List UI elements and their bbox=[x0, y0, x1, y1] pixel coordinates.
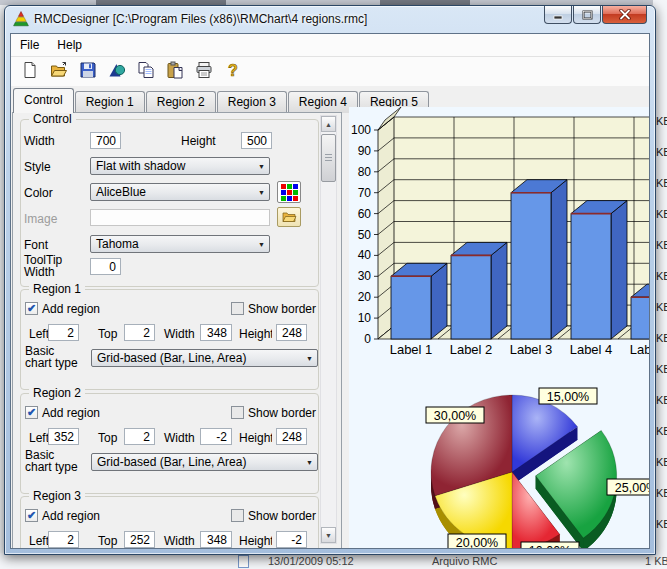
show-border-checkbox[interactable] bbox=[231, 302, 244, 315]
background-window-bottom: 13/01/2009 05:12 Arquivo RMC 1 KB bbox=[0, 553, 667, 569]
background-size-cell: KB bbox=[656, 456, 667, 468]
tab-region-2[interactable]: Region 2 bbox=[146, 91, 216, 113]
svg-text:15,00%: 15,00% bbox=[547, 390, 589, 404]
file-size: 1 KB bbox=[645, 555, 667, 567]
chart-preview-area: 0102030405060708090100Label 1Label 2Labe… bbox=[349, 107, 649, 548]
help-icon: ? bbox=[224, 61, 242, 82]
region-top-field[interactable]: 2 bbox=[124, 324, 155, 341]
save-button[interactable] bbox=[75, 60, 101, 84]
chevron-down-icon: ▼ bbox=[254, 184, 269, 200]
background-size-cell: KB bbox=[656, 425, 667, 437]
svg-text:100: 100 bbox=[351, 123, 371, 137]
color-picker-button[interactable] bbox=[277, 181, 301, 203]
title-bar[interactable]: RMCDesigner [C:\Program Files (x86)\RMCh… bbox=[5, 6, 655, 32]
menu-item-file[interactable]: File bbox=[11, 34, 48, 56]
rmcdesigner-window: RMCDesigner [C:\Program Files (x86)\RMCh… bbox=[4, 5, 656, 555]
control-height-field[interactable]: 500 bbox=[241, 132, 272, 149]
copy-icon bbox=[137, 61, 155, 82]
svg-text:Label 1: Label 1 bbox=[390, 342, 433, 357]
control-width-field[interactable]: 700 bbox=[90, 132, 121, 149]
browse-image-button[interactable] bbox=[277, 207, 301, 227]
minimize-button[interactable] bbox=[544, 6, 572, 24]
open-icon bbox=[50, 61, 68, 82]
background-size-cell: KB bbox=[656, 301, 667, 313]
show-border-checkbox[interactable] bbox=[231, 406, 244, 419]
region-left-field[interactable]: 352 bbox=[48, 428, 79, 445]
maximize-button[interactable] bbox=[573, 6, 601, 24]
add-region-checkbox[interactable]: ✔ bbox=[25, 302, 38, 315]
scrollbar-thumb[interactable] bbox=[321, 134, 336, 182]
close-button[interactable] bbox=[602, 6, 647, 24]
font-dropdown[interactable]: Tahoma ▼ bbox=[90, 235, 270, 253]
tab-region-3[interactable]: Region 3 bbox=[217, 91, 287, 113]
region-height-field[interactable]: 248 bbox=[276, 324, 307, 341]
client-area: FileHelp ? ControlRegion 1Region 2Region… bbox=[10, 33, 650, 549]
open-button[interactable] bbox=[46, 60, 72, 84]
new-button[interactable] bbox=[17, 60, 43, 84]
region-top-field[interactable]: 252 bbox=[124, 531, 155, 548]
svg-text:60: 60 bbox=[358, 207, 372, 221]
new-icon bbox=[21, 61, 39, 82]
region-width-field[interactable]: 348 bbox=[200, 324, 232, 341]
region-height-field[interactable]: -2 bbox=[276, 531, 307, 548]
left-label: Left bbox=[29, 534, 49, 548]
region-width-field[interactable]: 348 bbox=[200, 531, 232, 548]
copy-button[interactable] bbox=[133, 60, 159, 84]
tooltip-width-label: ToolTip Width bbox=[24, 254, 68, 278]
scroll-up-arrow[interactable]: ▲ bbox=[321, 116, 336, 132]
top-label: Top bbox=[98, 431, 117, 445]
add-region-checkbox[interactable]: ✔ bbox=[25, 406, 38, 419]
background-size-cell: KB bbox=[656, 239, 667, 251]
region-3-group: Region 3✔Add regionShow borderLeft2Top25… bbox=[20, 496, 319, 548]
group-title: Region 3 bbox=[29, 489, 85, 503]
region-left-field[interactable]: 2 bbox=[48, 324, 79, 341]
tooltip-width-field[interactable]: 0 bbox=[90, 258, 121, 275]
menu-item-help[interactable]: Help bbox=[48, 34, 91, 56]
image-label: Image bbox=[24, 212, 57, 226]
tab-control[interactable]: Control bbox=[13, 88, 74, 113]
svg-text:30,00%: 30,00% bbox=[434, 409, 476, 423]
svg-text:80: 80 bbox=[358, 165, 372, 179]
paste-button[interactable] bbox=[162, 60, 188, 84]
pie-chart-preview: 15,00%25,00%10,00%20,00%30,00% bbox=[349, 369, 649, 548]
height-label: Height bbox=[239, 431, 272, 445]
svg-text:Label 4: Label 4 bbox=[570, 342, 613, 357]
chart-button[interactable] bbox=[104, 60, 130, 84]
color-label: Color bbox=[24, 186, 53, 200]
style-dropdown[interactable]: Flat with shadow ▼ bbox=[90, 157, 270, 175]
image-field bbox=[90, 209, 270, 226]
region-1-group: Region 1✔Add regionShow borderLeft2Top2W… bbox=[20, 289, 319, 390]
tab-region-4[interactable]: Region 4 bbox=[288, 91, 358, 113]
svg-text:40: 40 bbox=[358, 248, 372, 262]
region-height-field[interactable]: 248 bbox=[276, 428, 307, 445]
svg-text:20,00%: 20,00% bbox=[456, 536, 498, 549]
left-label: Left bbox=[29, 431, 49, 445]
svg-text:10,00%: 10,00% bbox=[529, 544, 571, 549]
tab-region-1[interactable]: Region 1 bbox=[75, 91, 145, 113]
background-size-cell: KB bbox=[656, 115, 667, 127]
add-region-checkbox[interactable]: ✔ bbox=[25, 509, 38, 522]
group-title: Control bbox=[29, 112, 76, 126]
show-border-label: Show border bbox=[248, 302, 316, 316]
background-size-cell: KB bbox=[656, 208, 667, 220]
menu-bar: FileHelp bbox=[11, 34, 649, 57]
background-size-cell: KB bbox=[656, 146, 667, 158]
scroll-down-arrow[interactable]: ▼ bbox=[321, 527, 336, 543]
show-border-checkbox[interactable] bbox=[231, 509, 244, 522]
print-button[interactable] bbox=[191, 60, 217, 84]
svg-text:?: ? bbox=[228, 62, 238, 79]
help-button[interactable]: ? bbox=[220, 60, 246, 84]
add-region-label: Add region bbox=[42, 302, 100, 316]
region-width-field[interactable]: -2 bbox=[200, 428, 232, 445]
panel-scrollbar[interactable]: ▲ ▼ bbox=[320, 115, 337, 544]
color-dropdown[interactable]: AliceBlue ▼ bbox=[90, 183, 270, 201]
region-top-field[interactable]: 2 bbox=[124, 428, 155, 445]
svg-text:30: 30 bbox=[358, 269, 372, 283]
left-label: Left bbox=[29, 327, 49, 341]
chart-type-dropdown[interactable]: Grid-based (Bar, Line, Area)▼ bbox=[91, 453, 318, 471]
chart-type-dropdown[interactable]: Grid-based (Bar, Line, Area)▼ bbox=[91, 349, 318, 367]
region-left-field[interactable]: 2 bbox=[48, 531, 79, 548]
svg-text:25,00%: 25,00% bbox=[615, 481, 649, 495]
svg-text:0: 0 bbox=[364, 332, 371, 346]
width-label: Width bbox=[164, 534, 195, 548]
